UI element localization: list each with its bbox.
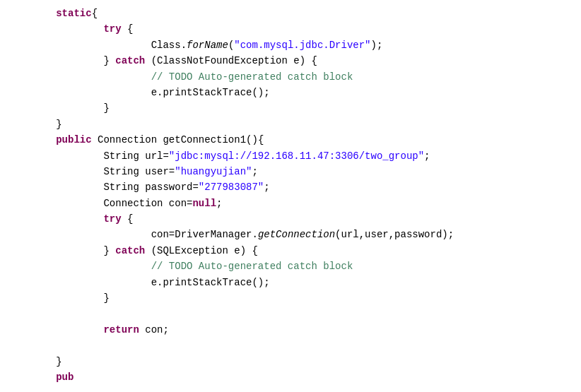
code-token bbox=[8, 227, 151, 242]
code-line: Connection con=null; bbox=[0, 196, 581, 211]
code-token: static bbox=[56, 6, 91, 21]
code-token: null bbox=[192, 196, 216, 211]
code-token: (ClassNotFoundException e) { bbox=[145, 53, 317, 69]
code-token bbox=[8, 6, 56, 21]
code-token: return bbox=[103, 322, 139, 338]
code-token: pub bbox=[56, 369, 74, 385]
code-token: try bbox=[103, 21, 121, 37]
code-token: con; bbox=[139, 322, 169, 338]
code-line: e.printStackTrace(); bbox=[0, 85, 581, 100]
code-token: Connection con= bbox=[103, 196, 192, 211]
code-token: (SQLException e) { bbox=[145, 243, 258, 259]
code-token: } bbox=[103, 290, 109, 306]
code-token bbox=[8, 259, 151, 274]
code-line: } catch (SQLException e) { bbox=[0, 243, 581, 259]
code-token: "jdbc:mysql://192.168.11.47:3306/two_gro… bbox=[169, 148, 424, 164]
code-line: String user="huangyujian"; bbox=[0, 164, 581, 179]
code-token: { bbox=[122, 211, 134, 227]
code-token bbox=[8, 275, 151, 290]
code-token bbox=[8, 354, 56, 369]
code-token: } bbox=[56, 354, 61, 369]
code-line: } bbox=[0, 100, 581, 116]
code-line: } catch (ClassNotFoundException e) { bbox=[0, 53, 581, 69]
code-token: e.printStackTrace(); bbox=[151, 85, 270, 100]
code-token bbox=[8, 132, 56, 148]
code-line: // TODO Auto-generated catch block bbox=[0, 69, 581, 85]
code-line: } bbox=[0, 354, 581, 369]
code-token: getConnection bbox=[258, 227, 335, 242]
code-line: con=DriverManager.getConnection(url,user… bbox=[0, 227, 581, 242]
code-token bbox=[8, 21, 103, 37]
code-token: ( bbox=[228, 37, 234, 53]
code-token: "com.mysql.jdbc.Driver" bbox=[234, 37, 370, 53]
code-token: } bbox=[56, 117, 61, 132]
code-line: static{ bbox=[0, 6, 581, 21]
code-token: // TODO Auto-generated catch block bbox=[151, 259, 353, 274]
code-token: try bbox=[103, 211, 121, 227]
code-token bbox=[8, 117, 56, 132]
code-token bbox=[8, 85, 151, 100]
code-token bbox=[8, 243, 103, 259]
code-token: { bbox=[92, 6, 98, 21]
code-token: // TODO Auto-generated catch block bbox=[151, 69, 353, 85]
code-token bbox=[8, 37, 151, 53]
code-token bbox=[8, 369, 56, 385]
code-token: String password= bbox=[103, 179, 198, 195]
code-token bbox=[8, 100, 103, 116]
code-token: e.printStackTrace(); bbox=[151, 275, 270, 290]
code-token: ; bbox=[424, 148, 430, 164]
code-token: catch bbox=[115, 53, 145, 69]
code-line: } bbox=[0, 117, 581, 132]
code-token: "277983087" bbox=[199, 179, 264, 195]
code-token: catch bbox=[115, 243, 145, 259]
code-token bbox=[8, 211, 103, 227]
code-token: { bbox=[122, 21, 134, 37]
code-token bbox=[8, 69, 151, 85]
code-token: } bbox=[103, 53, 115, 69]
code-token bbox=[8, 322, 103, 338]
code-line: return con; bbox=[0, 322, 581, 338]
code-line: try { bbox=[0, 211, 581, 227]
code-token: Class. bbox=[151, 37, 187, 53]
code-token bbox=[8, 196, 103, 211]
code-token bbox=[8, 164, 103, 179]
code-line: String url="jdbc:mysql://192.168.11.47:3… bbox=[0, 148, 581, 164]
code-token: ; bbox=[216, 196, 222, 211]
code-token: ); bbox=[371, 37, 383, 53]
code-token bbox=[8, 53, 103, 69]
code-line: Class.forName("com.mysql.jdbc.Driver"); bbox=[0, 37, 581, 53]
code-line bbox=[0, 306, 581, 321]
code-editor: static{ try { Class.forName("com.mysql.j… bbox=[0, 0, 581, 392]
code-token bbox=[8, 148, 103, 164]
code-token bbox=[8, 179, 103, 195]
code-token: ; bbox=[264, 179, 269, 195]
code-line: try { bbox=[0, 21, 581, 37]
code-line: String password="277983087"; bbox=[0, 179, 581, 195]
code-token: forName bbox=[187, 37, 228, 53]
code-token: (url,user,password); bbox=[335, 227, 454, 242]
code-token: con=DriverManager. bbox=[151, 227, 258, 242]
code-line: e.printStackTrace(); bbox=[0, 275, 581, 290]
code-token: public bbox=[56, 132, 91, 148]
code-token: } bbox=[103, 100, 109, 116]
code-token: "huangyujian" bbox=[175, 164, 252, 179]
code-token bbox=[8, 290, 103, 306]
code-line: pub bbox=[0, 369, 581, 385]
code-line: // TODO Auto-generated catch block bbox=[0, 259, 581, 274]
code-line bbox=[0, 338, 581, 353]
code-line: } bbox=[0, 290, 581, 306]
code-token: ; bbox=[252, 164, 257, 179]
code-token: String user= bbox=[103, 164, 175, 179]
code-token: Connection getConnection1(){ bbox=[92, 132, 264, 148]
code-token: } bbox=[103, 243, 115, 259]
code-token: String url= bbox=[103, 148, 168, 164]
code-line: public Connection getConnection1(){ bbox=[0, 132, 581, 148]
